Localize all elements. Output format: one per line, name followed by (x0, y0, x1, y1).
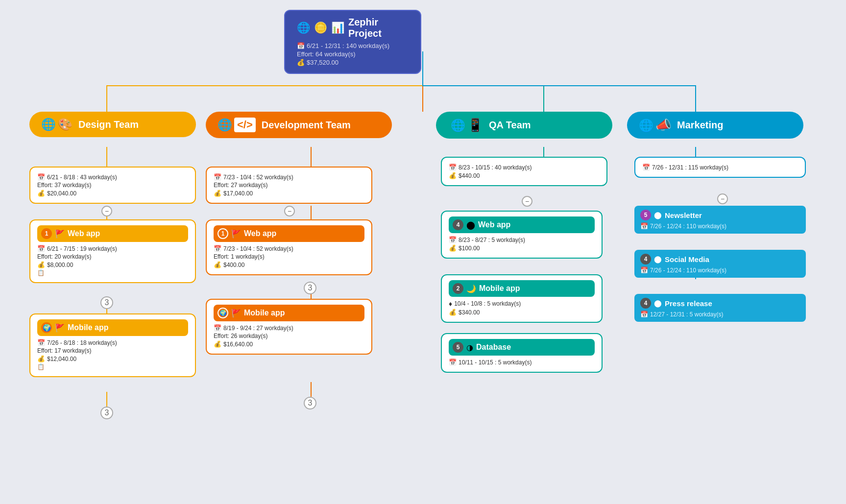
devmt-dates: 8/19 - 9/24 : 27 workday(s) (223, 325, 293, 332)
dmt-cal: 📅 (37, 339, 45, 346)
qa-webapp-badge: 4 (453, 219, 463, 230)
mkt-team-icons: 🌐 📣 (639, 118, 671, 133)
design-team-icons: 🌐 🎨 (41, 118, 73, 131)
design-mobileapp-title: Mobile app (68, 323, 109, 332)
devwt-dates: 7/23 - 10/4 : 52 workday(s) (223, 245, 293, 252)
devmt-cal: 📅 (214, 324, 221, 332)
mkt-social-dates: 7/26 - 12/24 : 110 workday(s) (650, 267, 726, 274)
root-dates: 6/21 - 12/31 : 140 workday(s) (307, 42, 389, 49)
design-bottom-expand[interactable]: 3 (100, 407, 113, 419)
mkt-team-name: Marketing (677, 120, 723, 131)
mkt-task-newsletter: 5 ⬤ Newsletter 📅 7/26 - 12/24 : 110 work… (634, 206, 806, 234)
mkt-newsletter-title: Newsletter (665, 211, 702, 219)
qa-collapse-btn[interactable]: − (522, 196, 532, 207)
qamt-dates: 10/4 - 10/8 : 5 workday(s) (454, 300, 521, 307)
mkt-press-title: Press release (665, 299, 712, 308)
design-collapse-btn[interactable]: − (101, 206, 112, 216)
devwt-effort: Effort: 1 workday(s) (214, 253, 265, 260)
devwt-cost: $400.00 (223, 262, 244, 268)
devt-money: 💰 (214, 190, 221, 197)
dt-dates: 6/21 - 8/18 : 43 workday(s) (47, 174, 117, 181)
devt-cost: $17,040.00 (223, 190, 253, 197)
devt-dates: 7/23 - 10/4 : 52 workday(s) (223, 174, 293, 181)
mkt-press-circle: ⬤ (654, 299, 662, 307)
diagram-container: 🌐 🪙 📊 Zephir Project 📅 6/21 - 12/31 : 14… (0, 0, 846, 504)
qa-team-name: QA Team (489, 120, 531, 131)
root-icon-globe: 🌐 (297, 22, 310, 34)
devmt-effort: Effort: 26 workday(s) (214, 333, 267, 339)
qa-team-subbox: 📅 8/23 - 10/15 : 40 workday(s) 💰 $440.00 (441, 157, 607, 186)
root-icon-chart: 📊 (331, 22, 344, 34)
dev-collapse-btn[interactable]: − (284, 206, 295, 216)
dev-mobileapp-flag: 🚩 (231, 309, 241, 318)
mkt-globe-icon: 🌐 (639, 119, 653, 132)
marketing-team-card: 🌐 📣 Marketing (627, 112, 803, 139)
dev-task-webapp: 1 🚩 Web app 📅 7/23 - 10/4 : 52 workday(s… (206, 219, 372, 275)
design-team-name: Design Team (78, 119, 139, 130)
dev-bottom-expand[interactable]: 3 (304, 397, 316, 409)
qadb-cal: 📅 (449, 359, 457, 366)
dev-mobileapp-title: Mobile app (244, 309, 285, 317)
qa-team-icons: 🌐 📱 (451, 118, 483, 133)
design-webapp-title: Web app (68, 229, 100, 238)
qat-dates: 8/23 - 10/15 : 40 workday(s) (459, 164, 532, 171)
design-mobileapp-flag: 🚩 (55, 323, 65, 333)
dev-webapp-badge: 1 (218, 228, 228, 239)
dev-team-card: 🌐 </> Development Team (206, 112, 392, 138)
devwt-money: 💰 (214, 261, 221, 268)
qa-task-mobileapp: 2 🌙 Mobile app ♦ 10/4 - 10/8 : 5 workday… (441, 274, 603, 323)
root-node: 🌐 🪙 📊 Zephir Project 📅 6/21 - 12/31 : 14… (284, 10, 421, 74)
mkt-press-cal: 📅 (640, 311, 648, 318)
qa-task-database: 5 ◑ Database 📅 10/11 - 10/15 : 5 workday… (441, 333, 603, 373)
mkt-news-cal: 📅 (640, 222, 648, 230)
devwt-cal: 📅 (214, 245, 221, 252)
dev-team-icons: 🌐 </> (218, 118, 256, 132)
dwt-dates: 6/21 - 7/15 : 19 workday(s) (47, 245, 117, 252)
mkt-social-circle: ⬤ (654, 255, 662, 263)
design-team-card: 🌐 🎨 Design Team (29, 112, 196, 137)
devt-cal: 📅 (214, 173, 221, 181)
root-icon-coin: 🪙 (314, 22, 327, 34)
qa-db-title: Database (476, 343, 511, 352)
design-art-icon: 🎨 (58, 118, 73, 131)
qawt-dates: 8/23 - 8/27 : 5 workday(s) (459, 237, 525, 243)
qamt-diamond: ♦ (449, 300, 452, 308)
dwt-money: 💰 (37, 261, 45, 268)
dev-team-subbox: 📅 7/23 - 10/4 : 52 workday(s) Effort: 27… (206, 167, 372, 204)
mkt-collapse-btn[interactable]: − (717, 193, 728, 204)
qa-db-halfmoon: ◑ (466, 343, 473, 352)
dt-effort: Effort: 37 workday(s) (37, 182, 91, 189)
dev-team-name: Development Team (262, 120, 351, 131)
qa-webapp-title: Web app (478, 220, 510, 229)
qawt-cal: 📅 (449, 236, 457, 243)
mkt-social-cal: 📅 (640, 266, 648, 274)
mkt-megaphone-icon: 📣 (655, 118, 671, 133)
design-task-mobileapp: 🌍 🚩 Mobile app 📅 7/26 - 8/18 : 18 workda… (29, 313, 196, 377)
mkt-newsletter-badge: 5 (640, 210, 651, 220)
design-task1-expand[interactable]: 3 (100, 296, 113, 309)
mktt-cal: 📅 (642, 164, 650, 171)
dt-cal: 📅 (37, 173, 45, 181)
qawt-cost: $100.00 (459, 245, 480, 252)
qa-device-icon: 📱 (467, 118, 483, 133)
design-webapp-badge: 1 (41, 228, 52, 239)
mkt-press-dates: 12/27 - 12/31 : 5 workday(s) (650, 311, 723, 318)
dwt-cal: 📅 (37, 245, 45, 252)
mkt-task-social: 4 ⬤ Social Media 📅 7/26 - 12/24 : 110 wo… (634, 250, 806, 278)
design-globe-icon: 🌐 (41, 118, 56, 131)
qa-mobileapp-title: Mobile app (479, 284, 520, 293)
dt-money: 💰 (37, 190, 45, 197)
mkt-news-dates: 7/26 - 12/24 : 110 workday(s) (650, 223, 726, 230)
dev-task1-expand[interactable]: 3 (304, 282, 316, 294)
dev-code-icon: </> (234, 118, 256, 132)
qa-mobileapp-badge: 2 (453, 283, 463, 294)
dwt-cost: $8,000.00 (47, 262, 73, 268)
devmt-money: 💰 (214, 340, 221, 348)
qat-money: 💰 (449, 172, 457, 179)
qa-task-webapp: 4 ⬤ Web app 📅 8/23 - 8/27 : 5 workday(s)… (441, 211, 603, 259)
qa-mobileapp-moon: 🌙 (466, 284, 476, 293)
dev-globe-icon: 🌐 (218, 118, 232, 132)
dev-mobileapp-badge: 🌍 (218, 308, 228, 318)
dev-task-mobileapp: 🌍 🚩 Mobile app 📅 8/19 - 9/24 : 27 workda… (206, 299, 372, 355)
qat-cost: $440.00 (459, 172, 480, 179)
